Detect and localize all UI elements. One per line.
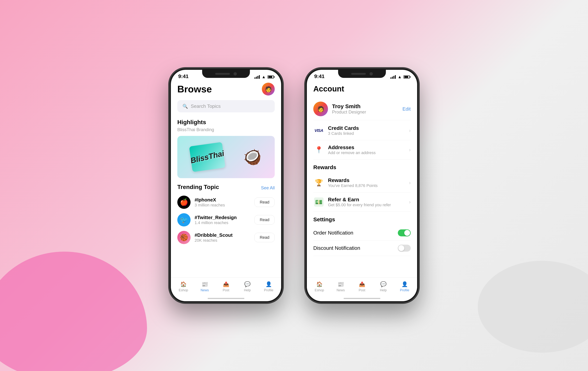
browse-content: Browse 🧑 🔍 Search Topics Highlights Blis… <box>171 81 281 277</box>
settings-row-order: Order Notification <box>313 225 411 241</box>
chevron-icon-refer: › <box>409 199 411 205</box>
trending-item-1: 🐦 #Twitter_Redesign 1.4 million reaches … <box>177 213 275 227</box>
trophy-icon: 🏆 <box>315 179 323 187</box>
status-time-account: 9:41 <box>314 73 325 79</box>
read-button-1[interactable]: Read <box>254 215 275 225</box>
profile-row[interactable]: 🧑 Troy Smith Product Designer Edit <box>313 98 411 120</box>
wifi-icon: ▲ <box>262 75 266 79</box>
profile-icon-account: 👤 <box>401 281 408 287</box>
battery-icon <box>268 75 274 79</box>
credit-cards-info: Credit Cards 3 Cards linked <box>328 125 405 136</box>
browse-title: Browse <box>177 83 212 95</box>
status-icons-browse: ▲ <box>254 75 274 79</box>
trending-title: Trending Topic <box>177 184 219 190</box>
brand-card: BlissThai <box>189 142 225 172</box>
highlights-subtitle: BlissThai Branding <box>177 127 275 132</box>
tab-help-account[interactable]: 💬 Help <box>373 281 394 292</box>
read-button-2[interactable]: Read <box>254 233 275 242</box>
refer-info: Refer & Earn Get $5.00 for every friend … <box>328 197 405 207</box>
menu-item-addresses[interactable]: 📍 Addresses Add or remove an address › <box>313 140 411 160</box>
tab-news-account[interactable]: 📰 News <box>330 281 351 292</box>
chevron-icon-credit: › <box>409 128 411 134</box>
account-screen: 9:41 ▲ Account <box>307 70 417 301</box>
topic-name-0: #IphoneX <box>195 197 250 203</box>
eshop-icon: 🏠 <box>180 281 187 287</box>
topic-reach-2: 20K reaches <box>195 238 250 243</box>
see-all-button[interactable]: See All <box>261 185 275 190</box>
tab-profile-browse[interactable]: 👤 Profile <box>258 281 279 292</box>
toggle-knob-order <box>404 230 410 236</box>
highlights-title: Highlights <box>177 119 275 126</box>
home-indicator-account <box>307 296 417 301</box>
tab-post-account[interactable]: 📤 Post <box>351 281 373 292</box>
apple-icon: 🍎 <box>177 196 190 209</box>
tab-label-eshop: Eshop <box>178 288 188 292</box>
tab-label-news-account: News <box>336 288 345 292</box>
credit-cards-sub: 3 Cards linked <box>328 131 405 136</box>
refer-icon: 💵 <box>314 197 324 207</box>
topic-name-1: #Twitter_Redesign <box>195 215 250 220</box>
home-indicator-browse <box>171 296 281 301</box>
browse-header: Browse 🧑 <box>177 83 275 95</box>
tab-label-post: Post <box>223 288 229 292</box>
search-placeholder: Search Topics <box>191 103 221 109</box>
profile-icon-browse: 👤 <box>265 281 272 287</box>
phone-browse: 9:41 ▲ <box>169 68 283 303</box>
tab-label-help-account: Help <box>380 288 387 292</box>
order-notification-label: Order Notification <box>313 230 353 236</box>
twitter-icon: 🐦 <box>177 213 190 227</box>
topic-info-1: #Twitter_Redesign 1.4 million reaches <box>195 215 250 225</box>
tab-eshop-browse[interactable]: 🏠 Eshop <box>173 281 194 292</box>
battery-icon-account <box>403 75 410 79</box>
post-icon-account: 📤 <box>359 281 365 287</box>
speaker <box>215 73 230 75</box>
topic-name-2: #Dribbble_Scout <box>195 232 250 238</box>
search-bar[interactable]: 🔍 Search Topics <box>177 100 275 113</box>
camera-account <box>369 72 373 75</box>
profile-name: Troy Smith <box>332 103 398 109</box>
tab-post-browse[interactable]: 📤 Post <box>215 281 237 292</box>
tab-help-browse[interactable]: 💬 Help <box>237 281 258 292</box>
account-scroll-area: Account 🧑 Troy Smith Product Designer Ed… <box>307 81 417 277</box>
rewards-sub: You've Earned 8,876 Points <box>328 183 405 188</box>
brand-text: BlissThai <box>189 149 225 165</box>
tab-profile-account[interactable]: 👤 Profile <box>394 281 415 292</box>
camera <box>233 72 237 75</box>
pin-icon-wrap: 📍 <box>313 144 324 155</box>
account-content: Account 🧑 Troy Smith Product Designer Ed… <box>307 81 417 277</box>
bg-blob-left <box>0 252 147 371</box>
map-pin-icon: 📍 <box>315 146 323 154</box>
avatar-browse[interactable]: 🧑 <box>262 83 275 95</box>
trophy-icon-wrap: 🏆 <box>313 177 324 188</box>
profile-avatar: 🧑 <box>313 102 328 116</box>
chevron-icon-rewards: › <box>409 180 411 186</box>
settings-row-discount: Discount Notification <box>313 241 411 256</box>
tab-eshop-account[interactable]: 🏠 Eshop <box>309 281 330 292</box>
speaker-account <box>351 73 366 75</box>
profile-info: Troy Smith Product Designer <box>332 103 398 115</box>
menu-item-refer[interactable]: 💵 Refer & Earn Get $5.00 for every frien… <box>313 193 411 212</box>
coconut-icon: 🥥 <box>243 148 262 166</box>
order-notification-toggle[interactable] <box>398 229 411 236</box>
addresses-title: Addresses <box>328 144 405 150</box>
topic-reach-1: 1.4 million reaches <box>195 220 250 225</box>
trending-item-0: 🍎 #IphoneX 3 million reaches Read <box>177 196 275 209</box>
highlight-card[interactable]: BlissThai 🥥 <box>177 136 275 178</box>
tab-news-browse[interactable]: 📰 News <box>194 281 215 292</box>
read-button-0[interactable]: Read <box>254 197 275 207</box>
browse-scroll-area: Browse 🧑 🔍 Search Topics Highlights Blis… <box>171 81 281 277</box>
addresses-sub: Add or remove an address <box>328 150 405 155</box>
discount-notification-toggle[interactable] <box>398 245 411 252</box>
tab-label-profile-account: Profile <box>400 288 409 292</box>
topic-reach-0: 3 million reaches <box>195 203 250 207</box>
eshop-icon-account: 🏠 <box>316 281 323 287</box>
rewards-section-title: Rewards <box>313 164 411 170</box>
browse-screen: 9:41 ▲ <box>171 70 281 301</box>
account-tab-bar: 🏠 Eshop 📰 News 📤 Post 💬 Help 👤 Pr <box>307 277 417 296</box>
tab-label-post-account: Post <box>359 288 365 292</box>
edit-button[interactable]: Edit <box>402 106 411 112</box>
addresses-info: Addresses Add or remove an address <box>328 144 405 155</box>
menu-item-rewards[interactable]: 🏆 Rewards You've Earned 8,876 Points › <box>313 173 411 193</box>
menu-item-credit-cards[interactable]: VISA Credit Cards 3 Cards linked › <box>313 121 411 140</box>
tab-label-help: Help <box>244 288 251 292</box>
